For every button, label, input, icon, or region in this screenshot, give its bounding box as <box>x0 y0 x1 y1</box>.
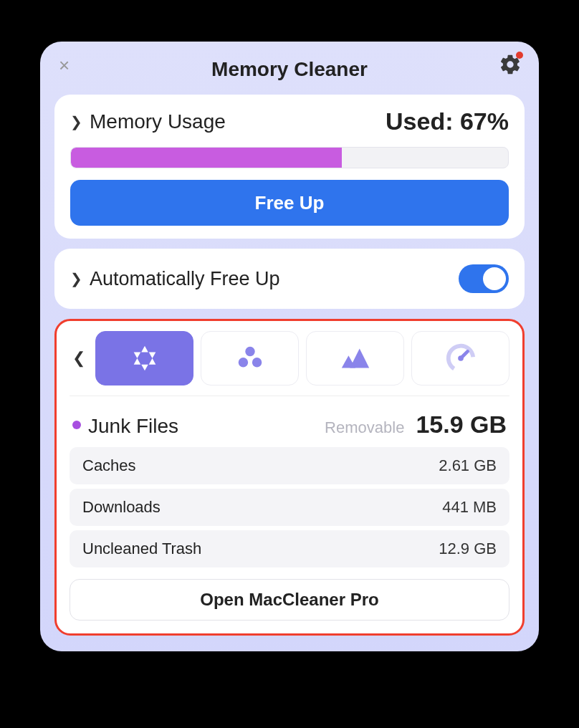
tab-duplicates[interactable] <box>201 331 299 385</box>
auto-free-up-card: ❯ Automatically Free Up <box>54 249 525 309</box>
item-name: Uncleaned Trash <box>82 540 201 558</box>
gauge-icon <box>444 342 477 375</box>
junk-items-list: Caches 2.61 GB Downloads 441 MB Uncleane… <box>70 447 509 567</box>
back-button[interactable]: ❮ <box>70 349 88 368</box>
chevron-right-icon: ❯ <box>70 113 82 130</box>
svg-marker-5 <box>148 358 155 365</box>
snowflake-icon <box>128 342 161 375</box>
free-up-button[interactable]: Free Up <box>70 180 509 226</box>
memory-used-value: Used: 67% <box>386 107 509 135</box>
junk-files-header: Junk Files Removable 15.9 GB <box>70 406 509 447</box>
settings-button[interactable] <box>499 53 522 76</box>
svg-marker-4 <box>148 352 155 358</box>
auto-free-up-header[interactable]: ❯ Automatically Free Up <box>70 268 280 290</box>
list-item[interactable]: Downloads 441 MB <box>70 489 509 526</box>
circles-icon <box>234 342 267 375</box>
notification-dot-icon <box>516 52 523 59</box>
mountains-icon <box>339 342 372 375</box>
removable-label: Removable <box>325 418 404 437</box>
app-window: × Memory Cleaner ❯ Memory Usage Used: 67… <box>40 42 539 651</box>
memory-usage-bar-fill <box>71 148 342 168</box>
svg-marker-1 <box>141 365 148 371</box>
svg-point-8 <box>252 358 261 367</box>
item-size: 441 MB <box>442 498 497 517</box>
memory-usage-label: Memory Usage <box>90 110 226 133</box>
auto-free-up-toggle[interactable] <box>459 264 509 293</box>
category-dot-icon <box>72 421 81 429</box>
tab-speedup[interactable] <box>411 331 509 385</box>
free-up-label: Free Up <box>255 192 325 214</box>
category-tab-row: ❮ <box>70 331 509 396</box>
titlebar: × Memory Cleaner <box>54 54 525 85</box>
app-title: Memory Cleaner <box>211 58 368 81</box>
junk-files-card: ❮ <box>54 319 525 636</box>
svg-marker-3 <box>133 358 140 365</box>
item-name: Downloads <box>82 498 161 517</box>
close-button[interactable]: × <box>59 56 70 75</box>
item-size: 12.9 GB <box>439 540 497 558</box>
junk-files-total: 15.9 GB <box>416 411 507 439</box>
memory-usage-bar <box>70 147 509 168</box>
svg-point-12 <box>458 355 464 361</box>
tab-junk-files[interactable] <box>95 331 193 385</box>
open-maccleaner-label: Open MacCleaner Pro <box>200 590 378 610</box>
auto-free-up-label: Automatically Free Up <box>90 268 280 290</box>
chevron-right-icon: ❯ <box>70 270 82 287</box>
memory-usage-card: ❯ Memory Usage Used: 67% Free Up <box>54 95 525 239</box>
svg-point-6 <box>245 347 254 356</box>
tab-large-files[interactable] <box>306 331 404 385</box>
item-size: 2.61 GB <box>439 456 497 475</box>
list-item[interactable]: Uncleaned Trash 12.9 GB <box>70 530 509 567</box>
item-name: Caches <box>82 456 136 475</box>
list-item[interactable]: Caches 2.61 GB <box>70 447 509 484</box>
svg-point-7 <box>238 358 247 367</box>
svg-marker-2 <box>133 352 140 358</box>
memory-usage-header[interactable]: ❯ Memory Usage Used: 67% <box>70 107 509 135</box>
junk-files-title: Junk Files <box>88 415 178 438</box>
svg-marker-0 <box>141 346 148 353</box>
open-maccleaner-button[interactable]: Open MacCleaner Pro <box>70 579 509 621</box>
